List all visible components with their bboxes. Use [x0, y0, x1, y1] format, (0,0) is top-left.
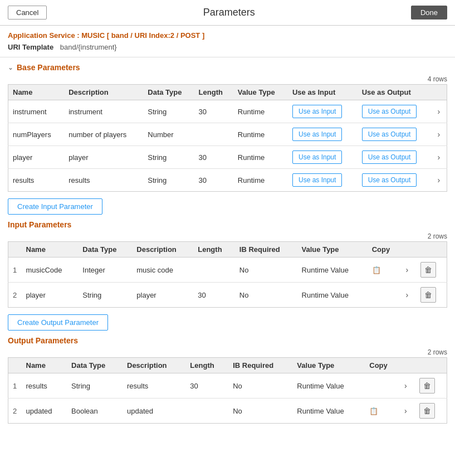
use-as-input-button[interactable]: Use as Input	[292, 128, 342, 141]
app-service-label: Application Service : MUSIC [ band / URI…	[0, 26, 455, 42]
col-copy: Copy	[368, 242, 402, 258]
cell-length	[193, 258, 235, 283]
col-data-type: Data Type	[67, 358, 123, 373]
col-use-as-output: Use as Output	[358, 85, 433, 100]
cell-value-type: Runtime Value	[292, 399, 365, 424]
cell-copy: 📋	[365, 399, 400, 424]
cell-nav[interactable]: ›	[400, 399, 415, 424]
copy-icon[interactable]: 📋	[369, 407, 378, 415]
page-title: Parameters	[203, 7, 255, 18]
cell-nav[interactable]: ›	[402, 258, 416, 283]
use-as-input-button[interactable]: Use as Input	[292, 105, 342, 118]
col-name: Name	[8, 85, 65, 100]
table-row: player player String 30 Runtime Use as I…	[8, 146, 447, 169]
cell-chevron[interactable]: ›	[433, 169, 447, 192]
chevron-down-icon: ⌄	[8, 64, 13, 71]
use-as-output-button[interactable]: Use as Output	[362, 128, 417, 141]
col-description: Description	[123, 358, 185, 373]
use-as-input-button[interactable]: Use as Input	[292, 173, 342, 187]
cell-delete: 🗑	[416, 258, 447, 283]
cell-name: results	[22, 373, 67, 399]
cell-data-type: String	[67, 373, 123, 399]
col-chevron	[433, 85, 447, 100]
col-length: Length	[194, 85, 233, 100]
use-as-output-button[interactable]: Use as Output	[362, 173, 417, 187]
cell-ib-required: No	[228, 373, 292, 399]
base-parameters-table-container: 4 rows Name Description Data Type Length…	[0, 75, 455, 192]
cell-length	[194, 123, 233, 146]
cancel-button[interactable]: Cancel	[8, 6, 47, 20]
col-delete	[415, 358, 447, 373]
col-description: Description	[132, 242, 193, 258]
col-delete	[416, 242, 447, 258]
cell-delete: 🗑	[415, 373, 447, 399]
col-copy: Copy	[365, 358, 400, 373]
cell-chevron[interactable]: ›	[433, 146, 447, 169]
cell-ib-required: No	[235, 283, 297, 308]
output-parameters-table: Name Data Type Description Length IB Req…	[8, 357, 447, 424]
cell-value-type: Runtime	[233, 146, 288, 169]
uri-template-value: band/{instrument}	[60, 43, 117, 51]
col-use-as-input: Use as Input	[288, 85, 358, 100]
col-nav	[402, 242, 416, 258]
cell-description: results	[123, 373, 185, 399]
cell-name: numPlayers	[8, 123, 65, 146]
cell-use-as-output: Use as Output	[358, 100, 433, 123]
cell-use-as-output: Use as Output	[358, 169, 433, 192]
cell-value-type: Runtime	[233, 169, 288, 192]
cell-delete: 🗑	[415, 399, 447, 424]
cell-chevron[interactable]: ›	[433, 123, 447, 146]
cell-value-type: Runtime Value	[297, 283, 368, 308]
delete-button[interactable]: 🗑	[420, 262, 436, 278]
cell-use-as-input: Use as Input	[288, 146, 358, 169]
cell-name: results	[8, 169, 65, 192]
use-as-output-button[interactable]: Use as Output	[362, 150, 417, 164]
cell-use-as-output: Use as Output	[358, 123, 433, 146]
page-header: Cancel Parameters Done	[0, 0, 455, 26]
delete-button[interactable]: 🗑	[420, 287, 436, 303]
table-row: 2 updated Boolean updated No Runtime Val…	[8, 399, 447, 424]
cell-description: music code	[132, 258, 193, 283]
col-value-type: Value Type	[297, 242, 368, 258]
cell-length: 30	[193, 283, 235, 308]
create-input-btn-row: Create Input Parameter	[0, 192, 455, 218]
table-row: 2 player String player 30 No Runtime Val…	[8, 283, 447, 308]
col-data-type: Data Type	[143, 85, 194, 100]
cell-nav[interactable]: ›	[400, 373, 415, 399]
input-parameters-table-container: 2 rows Name Data Type Description Length…	[0, 232, 455, 308]
cell-description: updated	[123, 399, 185, 424]
use-as-output-button[interactable]: Use as Output	[362, 105, 417, 118]
cell-ib-required: No	[228, 399, 292, 424]
copy-icon[interactable]: 📋	[372, 266, 381, 274]
cell-nav[interactable]: ›	[402, 283, 416, 308]
cell-data-type: Boolean	[67, 399, 123, 424]
delete-button[interactable]: 🗑	[419, 403, 435, 419]
cell-data-type: String	[78, 283, 132, 308]
col-ib-required: IB Required	[228, 358, 292, 373]
input-parameters-table: Name Data Type Description Length IB Req…	[8, 241, 447, 308]
cell-length: 30	[194, 169, 233, 192]
delete-button[interactable]: 🗑	[419, 378, 435, 394]
cell-copy: 📋	[368, 258, 402, 283]
create-input-parameter-button[interactable]: Create Input Parameter	[8, 198, 102, 215]
cell-name: musicCode	[22, 258, 79, 283]
cell-chevron[interactable]: ›	[433, 100, 447, 123]
cell-name: instrument	[8, 100, 65, 123]
table-row: 1 musicCode Integer music code No Runtim…	[8, 258, 447, 283]
use-as-input-button[interactable]: Use as Input	[292, 150, 342, 164]
col-length: Length	[185, 358, 228, 373]
output-parameters-row-count: 2 rows	[8, 348, 447, 357]
cell-value-type: Runtime	[233, 100, 288, 123]
create-output-parameter-button[interactable]: Create Output Parameter	[8, 314, 108, 331]
table-row: results results String 30 Runtime Use as…	[8, 169, 447, 192]
col-num	[8, 358, 22, 373]
cell-num: 2	[8, 399, 22, 424]
col-ib-required: IB Required	[235, 242, 297, 258]
cell-use-as-input: Use as Input	[288, 123, 358, 146]
cell-value-type: Runtime Value	[297, 258, 368, 283]
base-parameters-row-count: 4 rows	[8, 75, 447, 84]
done-button[interactable]: Done	[411, 6, 447, 20]
col-value-type: Value Type	[233, 85, 288, 100]
base-parameters-title: Base Parameters	[17, 63, 80, 72]
cell-data-type: Number	[143, 123, 194, 146]
